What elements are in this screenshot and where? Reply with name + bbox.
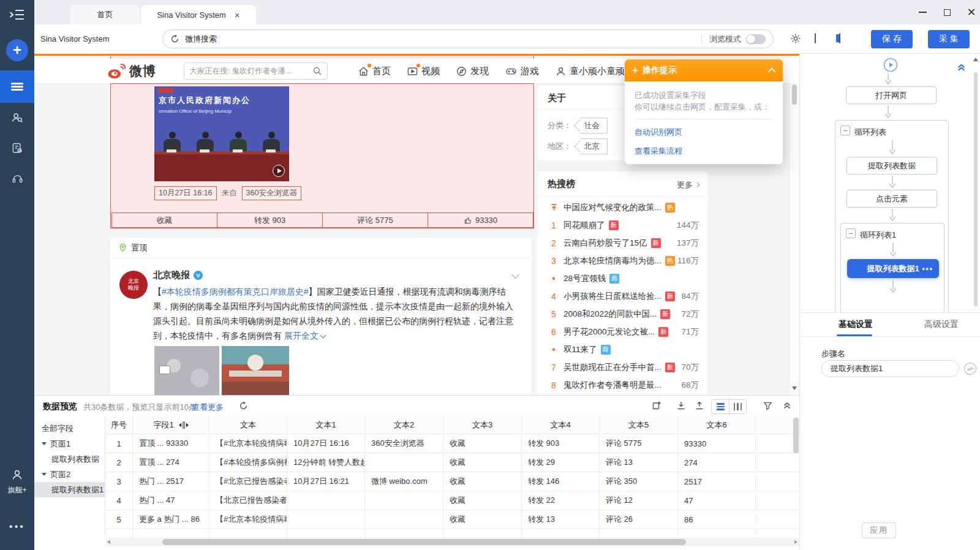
toggle-right-panel-icon[interactable] <box>839 34 840 43</box>
hashtag-link[interactable]: #本轮疫情多病例都有策克口岸旅居史# <box>162 287 309 296</box>
url-bar[interactable]: 微博搜索 浏览模式 <box>162 29 774 48</box>
view-workflow-link[interactable]: 查看采集流程 <box>635 146 773 157</box>
hot-search-item[interactable]: •双11来了商 <box>538 341 707 358</box>
column-resize-icon[interactable] <box>179 421 189 429</box>
selected-post[interactable]: 京市人民政府新闻办公 ormation Office of Beijing Mu… <box>110 83 534 228</box>
weibo-nav-video[interactable]: 视频 <box>407 66 440 77</box>
window-close-button[interactable]: ✕ <box>960 0 980 24</box>
hot-search-item[interactable]: •28号宜领钱商 <box>538 269 707 287</box>
repost-action-field[interactable]: 转发 903 <box>217 213 323 228</box>
tab-close-icon[interactable]: × <box>235 10 240 20</box>
press-conference-image[interactable]: 京市人民政府新闻办公 ormation Office of Beijing Mu… <box>154 86 289 181</box>
sidebar-item-support[interactable] <box>0 169 34 189</box>
collapse-workflow-icon[interactable] <box>957 62 966 72</box>
tab-basic-settings[interactable]: 基础设置 <box>839 319 873 330</box>
popup-header[interactable]: + 操作提示 <box>625 59 783 81</box>
table-vertical-scrollbar[interactable] <box>793 418 799 453</box>
region-tag[interactable]: 北京 <box>580 138 608 154</box>
step-extract-list-data1-active[interactable]: 提取列表数据1 ••• <box>847 259 939 278</box>
post-date-field[interactable]: 10月27日 16:16 <box>154 186 217 200</box>
column-header-5[interactable]: 文本2 <box>365 416 443 434</box>
category-tag[interactable]: 社会 <box>580 118 608 134</box>
refresh-data-icon[interactable] <box>239 401 248 410</box>
workflow-scrollbar-thumb[interactable] <box>974 72 978 306</box>
save-button[interactable]: 保存 <box>871 30 913 48</box>
weibo-nav-home[interactable]: 首页 <box>358 66 391 77</box>
like-action-field[interactable]: 93330 <box>428 213 533 228</box>
column-header-1[interactable]: 序号 <box>105 416 133 434</box>
step-click-element[interactable]: 点击元素 <box>846 190 937 208</box>
scrollbar-thumb[interactable] <box>792 85 797 105</box>
hot-search-item[interactable]: 1同花顺崩了新144万 <box>538 216 707 234</box>
expand-full-text-link[interactable]: 展开全文 <box>284 331 325 341</box>
scroll-right-icon[interactable] <box>794 540 797 544</box>
tree-group-item[interactable]: 全部字段 <box>34 421 105 436</box>
loop-list-container[interactable]: − 循环列表 提取列表数据 点击元素 − 循环列表1 提取列表数据1 ••• <box>835 120 949 312</box>
hot-search-item[interactable]: 3北京本轮疫情病毒均为德...热116万 <box>538 252 707 269</box>
weibo-nav-compass[interactable]: 发现 <box>456 66 489 77</box>
column-header-2[interactable]: 字段1 <box>133 416 209 434</box>
view-more-link[interactable]: 查看更多 <box>192 402 224 413</box>
filter-icon[interactable] <box>763 401 772 410</box>
hot-search-more-link[interactable]: 更多 <box>677 179 699 190</box>
step-name-input[interactable]: 提取列表数据1 <box>821 360 959 377</box>
sidebar-item-records[interactable] <box>0 138 34 158</box>
collect-button[interactable]: 采集 <box>928 30 970 48</box>
table-horizontal-scrollbar[interactable] <box>105 538 799 546</box>
search-icon[interactable] <box>312 66 322 76</box>
horizontal-view-icon[interactable] <box>712 400 729 413</box>
column-header-8[interactable]: 文本5 <box>600 416 678 434</box>
author-avatar[interactable]: 北京晚报 <box>119 271 148 299</box>
weibo-search-box[interactable]: 大家正在搜: 鬼吹灯作者夸潘... <box>184 62 328 80</box>
browse-mode-toggle[interactable] <box>746 34 766 44</box>
vertical-view-icon[interactable] <box>729 400 746 413</box>
column-header-4[interactable]: 文本1 <box>287 416 365 434</box>
column-header-9[interactable]: 文本6 <box>678 416 756 434</box>
step-options-icon[interactable]: ••• <box>922 265 933 273</box>
post-image-building[interactable] <box>222 346 289 395</box>
post-image-map[interactable] <box>154 346 219 395</box>
window-minimize-button[interactable] <box>911 0 933 24</box>
sidebar-item-team[interactable] <box>0 108 34 127</box>
settings-gear-icon[interactable] <box>790 33 801 44</box>
new-task-button[interactable]: + <box>0 38 34 62</box>
weibo-nav-user[interactable]: 童小顽小童顽 <box>555 66 625 77</box>
auto-detect-link[interactable]: 自动识别网页 <box>635 127 773 138</box>
loop-list1-container[interactable]: − 循环列表1 提取列表数据1 ••• <box>840 223 944 312</box>
hscrollbar-thumb[interactable] <box>162 539 686 545</box>
scroll-left-icon[interactable] <box>107 540 110 544</box>
tab-advanced-settings[interactable]: 高级设置 <box>924 319 959 330</box>
weibo-logo[interactable]: 微博 <box>107 62 156 80</box>
new-window-icon[interactable] <box>652 401 662 410</box>
column-header-6[interactable]: 文本3 <box>443 416 522 434</box>
column-header-3[interactable]: 文本 <box>209 416 287 434</box>
collapse-sidebar-icon[interactable] <box>0 5 34 24</box>
tree-leaf-item[interactable]: 提取列表数据 <box>34 451 105 467</box>
tree-leaf-item[interactable]: 提取列表数据1 <box>34 482 105 497</box>
collapse-panel-icon[interactable] <box>783 401 791 410</box>
tab-sina-visitor-system[interactable]: Sina Visitor System × <box>141 5 256 24</box>
hot-search-item[interactable]: 7吴世勋现在正在分手中首...新70万 <box>538 358 707 376</box>
weibo-nav-game[interactable]: 游戏 <box>505 66 539 77</box>
hot-search-item[interactable]: 2云南白药炒股亏了15亿新137万 <box>538 234 707 252</box>
hot-search-item[interactable]: 4小男孩将生日蛋糕送给捡...新84万 <box>538 287 707 305</box>
window-maximize-button[interactable] <box>936 0 958 24</box>
plan-badge[interactable]: 旗舰+ <box>0 484 34 496</box>
collapse-loop1-icon[interactable]: − <box>846 228 856 238</box>
comment-action-field[interactable]: 评论 5775 <box>322 213 428 228</box>
browser-scrollbar[interactable] <box>789 56 799 395</box>
post-source-field[interactable]: 360安全浏览器 <box>242 186 301 200</box>
download-icon[interactable] <box>676 401 686 410</box>
tab-home[interactable]: 首页 <box>70 5 140 24</box>
workflow-scroll-up-icon[interactable] <box>973 58 978 61</box>
run-workflow-button[interactable] <box>883 58 898 72</box>
hot-search-item[interactable]: 8鬼吹灯作者夸潘粤明是最...68万 <box>538 376 707 394</box>
scroll-down-icon[interactable] <box>792 386 797 390</box>
hot-search-item[interactable]: 6男子花2000元发论文被...新71万 <box>538 323 707 341</box>
apply-button[interactable]: 应用 <box>862 522 896 538</box>
hot-search-item[interactable]: 中国应对气候变化的政策...热 <box>538 198 707 216</box>
favorite-action-field[interactable]: 收藏 <box>111 213 217 228</box>
account-button[interactable] <box>0 465 34 484</box>
tree-group-item[interactable]: 页面1 <box>34 436 105 451</box>
refresh-icon[interactable] <box>170 34 179 43</box>
